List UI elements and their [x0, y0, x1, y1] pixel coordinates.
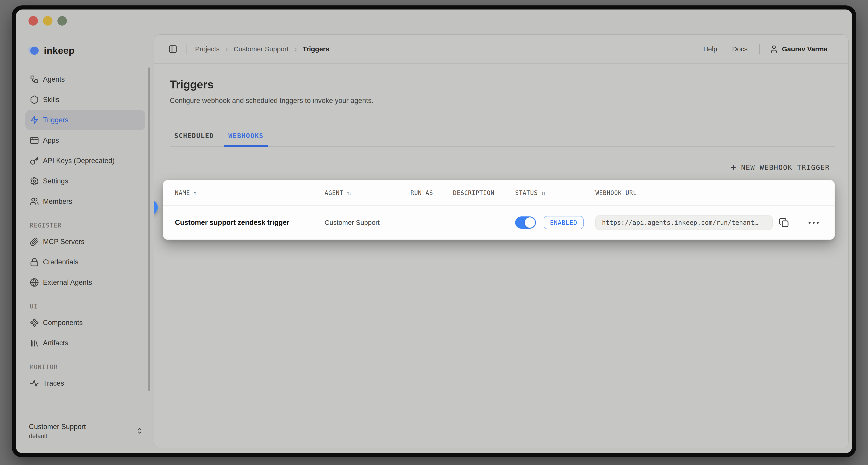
table-row[interactable]: Customer support zendesk trigger Custome… — [163, 206, 835, 239]
key-icon — [30, 156, 39, 165]
panel-header-left: Projects › Customer Support › Triggers — [168, 44, 329, 54]
user-name: Gaurav Varma — [782, 45, 828, 53]
sidebar-item-label: External Agents — [43, 279, 92, 287]
sidebar-item-label: Components — [43, 319, 83, 327]
traffic-light-zoom-button[interactable] — [57, 16, 67, 26]
inkeep-logo-icon — [27, 46, 40, 56]
breadcrumb-customer-support[interactable]: Customer Support — [234, 45, 288, 53]
copy-url-button[interactable] — [779, 217, 789, 228]
user-menu[interactable]: Gaurav Varma — [770, 45, 828, 53]
webhook-url-value[interactable]: https://api.agents.inkeep.com/run/tenant… — [595, 215, 773, 230]
sidebar-item-api-keys[interactable]: API Keys (Deprecated) — [25, 151, 145, 171]
ellipsis-icon — [817, 222, 819, 224]
panel-header-right: Help Docs Gaurav Varma — [703, 44, 828, 54]
breadcrumb-triggers: Triggers — [303, 45, 329, 53]
sidebar-item-agents[interactable]: Agents — [25, 69, 145, 90]
trigger-agent: Customer Support — [324, 219, 410, 226]
tab-scheduled[interactable]: SCHEDULED — [170, 132, 218, 146]
app-window-icon — [30, 136, 39, 145]
breadcrumb: Projects › Customer Support › Triggers — [195, 45, 329, 53]
column-header-status[interactable]: STATUS ↑↓ — [515, 190, 595, 196]
app-body: inkeep Agents Skills Triggers — [16, 32, 852, 453]
sort-asc-icon: ↑ — [193, 189, 197, 197]
trigger-name: Customer support zendesk trigger — [175, 219, 324, 227]
library-icon — [30, 339, 39, 348]
sidebar-item-artifacts[interactable]: Artifacts — [25, 333, 145, 353]
sidebar-toggle-button[interactable] — [168, 45, 178, 54]
sidebar-section-ui: UI — [30, 303, 154, 310]
sidebar-item-label: Settings — [43, 177, 68, 185]
lock-icon — [30, 258, 39, 267]
sidebar-item-components[interactable]: Components — [25, 313, 145, 333]
new-webhook-trigger-button[interactable]: + NEW WEBHOOK TRIGGER — [731, 163, 830, 172]
project-switcher[interactable]: Customer Support default — [16, 423, 154, 453]
sidebar-item-apps[interactable]: Apps — [25, 130, 145, 151]
sidebar-item-label: MCP Servers — [43, 238, 85, 246]
project-env: default — [29, 433, 86, 440]
row-actions-menu-button[interactable] — [806, 220, 821, 226]
ellipsis-icon — [813, 222, 815, 224]
sidebar-item-credentials[interactable]: Credentials — [25, 252, 145, 272]
tabs: SCHEDULED WEBHOOKS — [170, 132, 835, 147]
sidebar-item-traces[interactable]: Traces — [25, 373, 145, 394]
sort-icon: ↑↓ — [346, 190, 352, 196]
inkeep-logo[interactable]: inkeep — [16, 32, 154, 56]
sidebar-item-label: Traces — [43, 379, 64, 387]
window-content: inkeep Agents Skills Triggers — [16, 9, 852, 453]
sidebar-nav: Agents Skills Triggers Apps — [16, 69, 154, 394]
sidebar-section-register: REGISTER — [30, 222, 154, 229]
trigger-url-cell: https://api.agents.inkeep.com/run/tenant… — [595, 215, 821, 230]
plus-icon: + — [731, 163, 737, 172]
workflow-icon — [30, 75, 39, 84]
table-header-row: NAME ↑ AGENT ↑↓ RUN AS DESCRIP — [163, 180, 835, 206]
hexagon-icon — [30, 95, 39, 104]
sidebar-item-triggers[interactable]: Triggers — [25, 110, 145, 130]
component-icon — [30, 318, 39, 327]
header-divider — [759, 44, 760, 54]
sidebar-item-label: Artifacts — [43, 339, 68, 347]
trigger-run-as: — — [410, 219, 453, 226]
status-toggle[interactable] — [515, 216, 536, 229]
column-header-name[interactable]: NAME ↑ — [175, 189, 324, 197]
breadcrumb-separator: › — [294, 45, 297, 53]
sidebar-item-mcp-servers[interactable]: MCP Servers — [25, 232, 145, 252]
page-title: Triggers — [170, 78, 835, 91]
sidebar-item-members[interactable]: Members — [25, 191, 145, 212]
help-link[interactable]: Help — [703, 45, 717, 53]
zap-icon — [30, 116, 39, 125]
sidebar-scrollbar[interactable] — [148, 67, 150, 391]
panel-left-icon — [168, 45, 178, 54]
toggle-knob — [525, 217, 535, 228]
users-icon — [30, 197, 39, 206]
page-description: Configure webhook and scheduled triggers… — [170, 96, 835, 105]
project-switcher-labels: Customer Support default — [29, 423, 86, 440]
header-divider — [186, 44, 186, 54]
sidebar-item-skills[interactable]: Skills — [25, 90, 145, 110]
traffic-light-close-button[interactable] — [29, 16, 38, 26]
triggers-table-card: 1 NAME ↑ AGENT ↑↓ RUN AS — [163, 180, 835, 240]
gear-icon — [30, 177, 39, 186]
tab-webhooks[interactable]: WEBHOOKS — [224, 132, 268, 146]
app-window: inkeep Agents Skills Triggers — [12, 5, 856, 457]
column-header-run-as: RUN AS — [410, 190, 453, 196]
column-label: STATUS — [515, 190, 538, 196]
column-label: WEBHOOK URL — [595, 190, 637, 196]
sidebar-item-label: Members — [43, 198, 72, 206]
paperclip-icon — [30, 237, 39, 246]
copy-icon — [779, 217, 789, 228]
traffic-light-minimize-button[interactable] — [43, 16, 53, 26]
breadcrumb-projects[interactable]: Projects — [195, 45, 219, 53]
project-name: Customer Support — [29, 423, 86, 431]
docs-link[interactable]: Docs — [732, 45, 747, 53]
trigger-description: — — [453, 219, 515, 226]
sidebar-section-monitor: MONITOR — [30, 364, 154, 371]
window-titlebar — [16, 9, 852, 32]
sidebar-item-external-agents[interactable]: External Agents — [25, 272, 145, 293]
sidebar-item-settings[interactable]: Settings — [25, 171, 145, 191]
page-content: Triggers Configure webhook and scheduled… — [154, 63, 848, 448]
sidebar-item-label: Skills — [43, 96, 59, 104]
column-header-agent[interactable]: AGENT ↑↓ — [324, 190, 410, 196]
column-label: RUN AS — [410, 190, 433, 196]
main-panel: Projects › Customer Support › Triggers H… — [154, 34, 848, 448]
user-icon — [770, 45, 778, 53]
